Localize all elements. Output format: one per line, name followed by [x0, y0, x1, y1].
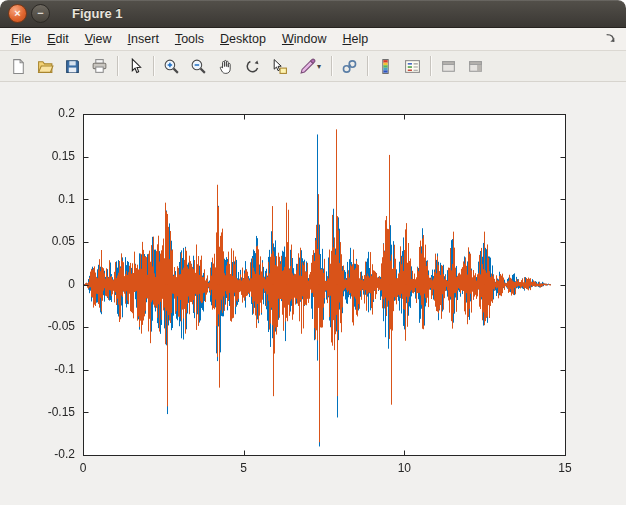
new-figure-icon [10, 58, 27, 75]
hide-plot-tools-button[interactable] [435, 54, 462, 79]
save-floppy-icon [64, 58, 81, 75]
data-cursor-button[interactable] [266, 54, 293, 79]
dock-arrow-icon [604, 32, 618, 46]
minimize-button[interactable]: − [31, 4, 50, 23]
save-figure-button[interactable] [59, 54, 86, 79]
rotate-3d-icon [244, 58, 261, 75]
menu-view[interactable]: View [77, 30, 120, 48]
edit-plot-button[interactable] [122, 54, 149, 79]
figure-area [0, 82, 626, 505]
show-plot-tools-button[interactable] [462, 54, 489, 79]
close-button[interactable]: × [8, 4, 27, 23]
dock-figure-button[interactable] [603, 31, 619, 47]
menu-bar: FileEditViewInsertToolsDesktopWindowHelp [0, 28, 626, 51]
menu-help[interactable]: Help [334, 30, 376, 48]
brush-icon [299, 58, 316, 75]
insert-legend-button[interactable] [399, 54, 426, 79]
link-plot-button[interactable] [336, 54, 363, 79]
minimize-icon: − [37, 8, 43, 19]
hide-plot-tools-icon [440, 58, 457, 75]
menu-window[interactable]: Window [274, 30, 334, 48]
figure-window: × − Figure 1 FileEditViewInsertToolsDesk… [0, 0, 626, 505]
menu-tools[interactable]: Tools [167, 30, 212, 48]
open-folder-icon [37, 58, 54, 75]
brush-button[interactable]: ▾ [293, 54, 327, 79]
brush-dropdown-arrow[interactable]: ▾ [317, 62, 321, 71]
menu-file[interactable]: File [3, 30, 39, 48]
data-cursor-icon [271, 58, 288, 75]
toolbar-separator [367, 56, 368, 76]
rotate-3d-button[interactable] [239, 54, 266, 79]
print-icon [91, 58, 108, 75]
window-title: Figure 1 [72, 6, 123, 21]
plot-axes[interactable] [0, 82, 626, 505]
insert-colorbar-button[interactable] [372, 54, 399, 79]
menu-desktop[interactable]: Desktop [212, 30, 274, 48]
close-icon: × [14, 8, 20, 19]
zoom-out-icon [190, 58, 207, 75]
toolbar-separator [430, 56, 431, 76]
print-figure-button[interactable] [86, 54, 113, 79]
toolbar-separator [331, 56, 332, 76]
toolbar-separator [117, 56, 118, 76]
legend-icon [404, 58, 421, 75]
new-figure-button[interactable] [5, 54, 32, 79]
colorbar-icon [377, 58, 394, 75]
zoom-out-button[interactable] [185, 54, 212, 79]
title-bar[interactable]: × − Figure 1 [0, 0, 626, 28]
show-plot-tools-icon [467, 58, 484, 75]
zoom-in-button[interactable] [158, 54, 185, 79]
link-chain-icon [341, 58, 358, 75]
toolbar-separator [153, 56, 154, 76]
zoom-in-icon [163, 58, 180, 75]
menu-edit[interactable]: Edit [39, 30, 77, 48]
toolbar: ▾ [0, 51, 626, 82]
pan-button[interactable] [212, 54, 239, 79]
edit-cursor-icon [127, 58, 144, 75]
menu-insert[interactable]: Insert [120, 30, 167, 48]
pan-hand-icon [217, 58, 234, 75]
open-file-button[interactable] [32, 54, 59, 79]
